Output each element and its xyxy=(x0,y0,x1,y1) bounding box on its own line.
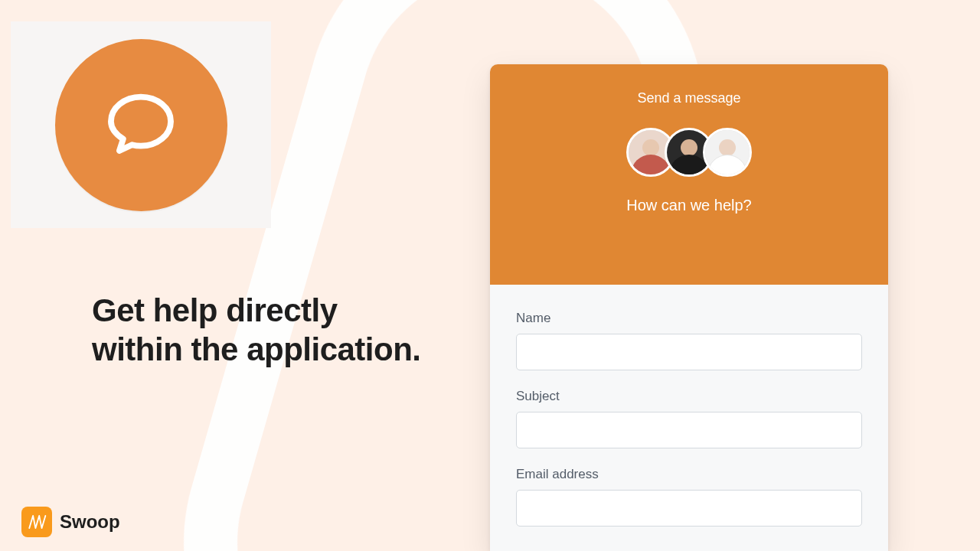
swoop-mark-icon xyxy=(21,507,52,537)
contact-panel-title: Send a message xyxy=(637,90,740,106)
support-avatars xyxy=(626,128,752,177)
chat-icon-tile xyxy=(11,21,271,228)
avatar xyxy=(703,128,752,177)
brand-logo: Swoop xyxy=(21,507,120,537)
brand-name: Swoop xyxy=(60,511,120,533)
subject-field[interactable] xyxy=(516,412,862,448)
contact-panel-header: Send a message How can we help? xyxy=(490,64,888,285)
email-field[interactable] xyxy=(516,490,862,527)
contact-form: Name Subject Email address xyxy=(490,285,888,551)
name-label: Name xyxy=(516,311,862,326)
name-field[interactable] xyxy=(516,334,862,370)
chat-bubble-circle xyxy=(55,39,227,211)
contact-panel: Send a message How can we help? Name Sub… xyxy=(490,64,888,551)
subject-label: Subject xyxy=(516,389,862,404)
email-label: Email address xyxy=(516,467,862,482)
page-headline: Get help directly within the application… xyxy=(92,291,421,369)
contact-panel-subtitle: How can we help? xyxy=(626,197,751,214)
chat-bubble-icon xyxy=(103,85,179,165)
